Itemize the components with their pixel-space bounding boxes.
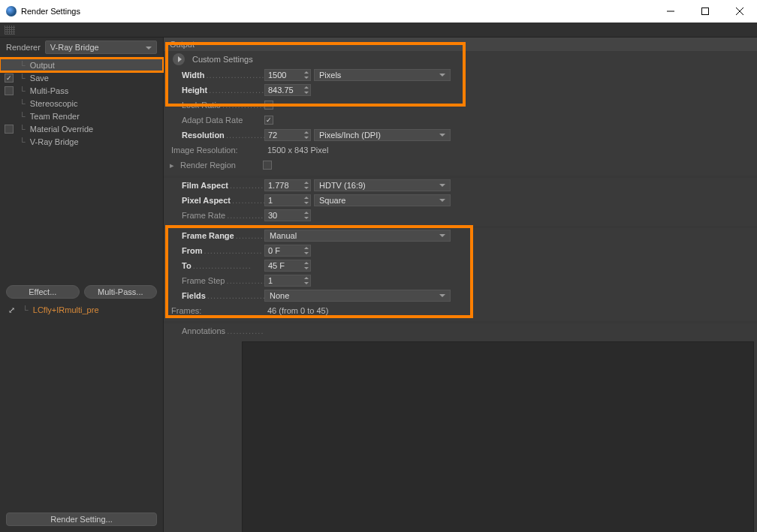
annotations-panel[interactable] bbox=[242, 341, 754, 532]
titlebar: Render Settings bbox=[0, 0, 757, 23]
lock-ratio-checkbox[interactable] bbox=[264, 101, 273, 110]
window-title: Render Settings bbox=[21, 7, 653, 16]
image-resolution-value: 1500 x 843 Pixel bbox=[264, 146, 328, 155]
width-unit-dropdown[interactable]: Pixels bbox=[314, 69, 451, 81]
multipass-checkbox[interactable] bbox=[5, 86, 14, 95]
settings-tree: └ Output └ Save └ Multi-Pass └ Stereosco… bbox=[0, 59, 163, 148]
effect-button[interactable]: Effect... bbox=[6, 285, 80, 299]
custom-settings-button[interactable] bbox=[173, 53, 185, 65]
output-header: Output bbox=[164, 38, 757, 51]
tree-item-vraybridge[interactable]: └ V-Ray Bridge bbox=[0, 135, 163, 148]
pixel-aspect-input[interactable]: 1 bbox=[264, 194, 311, 206]
pixel-aspect-dropdown[interactable]: Square bbox=[314, 194, 451, 206]
image-resolution-label: Image Resolution: bbox=[171, 146, 264, 155]
preset-icon: ⤢ bbox=[6, 305, 17, 315]
resolution-unit-dropdown[interactable]: Pixels/Inch (DPI) bbox=[314, 129, 451, 141]
custom-settings-label: Custom Settings bbox=[192, 55, 253, 64]
film-aspect-input[interactable]: 1.778 bbox=[264, 179, 311, 191]
tree-item-stereoscopic[interactable]: └ Stereoscopic bbox=[0, 97, 163, 110]
frame-step-input[interactable]: 1 bbox=[264, 275, 311, 287]
maximize-button[interactable] bbox=[688, 0, 722, 23]
render-region-expander[interactable]: ▸ bbox=[170, 161, 177, 170]
renderer-label: Renderer bbox=[6, 43, 41, 52]
frames-label: Frames: bbox=[171, 306, 264, 315]
from-input[interactable]: 0 F bbox=[264, 245, 311, 257]
renderer-dropdown[interactable]: V-Ray Bridge bbox=[45, 41, 157, 54]
content-panel: Output Custom Settings Width 1500 Pixels… bbox=[164, 38, 757, 532]
close-button[interactable] bbox=[722, 0, 757, 23]
tree-item-teamrender[interactable]: └ Team Render bbox=[0, 110, 163, 122]
frame-rate-input[interactable]: 30 bbox=[264, 209, 311, 221]
tree-item-output[interactable]: └ Output bbox=[0, 59, 163, 71]
minimize-button[interactable] bbox=[653, 0, 688, 23]
save-checkbox[interactable] bbox=[5, 74, 14, 83]
width-input[interactable]: 1500 bbox=[264, 69, 311, 81]
multipass-button[interactable]: Multi-Pass... bbox=[84, 285, 158, 299]
materialoverride-checkbox[interactable] bbox=[5, 125, 14, 134]
film-aspect-dropdown[interactable]: HDTV (16:9) bbox=[314, 179, 451, 191]
tree-item-materialoverride[interactable]: └ Material Override bbox=[0, 122, 163, 135]
render-region-checkbox[interactable] bbox=[263, 161, 272, 170]
frame-range-dropdown[interactable]: Manual bbox=[264, 230, 451, 242]
toolbar-strip bbox=[0, 23, 757, 38]
to-input[interactable]: 45 F bbox=[264, 260, 311, 272]
frames-value: 46 (from 0 to 45) bbox=[264, 306, 328, 315]
preset-row[interactable]: ⤢ └ LCfly+IRmulti_pre bbox=[0, 302, 163, 318]
tree-item-multipass[interactable]: └ Multi-Pass bbox=[0, 84, 163, 97]
svg-rect-1 bbox=[702, 8, 709, 15]
adapt-data-checkbox[interactable] bbox=[264, 116, 273, 125]
render-setting-button[interactable]: Render Setting... bbox=[6, 512, 157, 526]
fields-dropdown[interactable]: None bbox=[264, 290, 451, 302]
preset-name: LCfly+IRmulti_pre bbox=[33, 305, 99, 314]
resolution-input[interactable]: 72 bbox=[264, 129, 311, 141]
height-input[interactable]: 843.75 bbox=[264, 84, 311, 96]
tree-item-save[interactable]: └ Save bbox=[0, 71, 163, 84]
app-icon bbox=[6, 6, 17, 17]
grip-icon[interactable] bbox=[5, 26, 15, 35]
sidebar: Renderer V-Ray Bridge └ Output └ Save └ … bbox=[0, 38, 164, 532]
